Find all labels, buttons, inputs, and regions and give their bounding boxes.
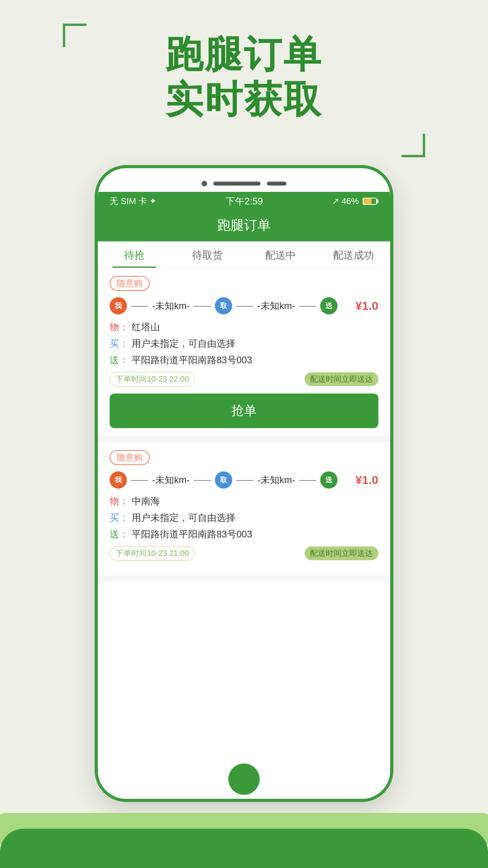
phone-mockup: 无 SIM 卡 ✦ 下午2:59 ↗ 46% 跑腿订单 <box>95 165 393 802</box>
grass-dark <box>0 829 488 868</box>
battery-percentage: 46% <box>341 196 359 206</box>
order-card-1: 随意购 我 —— -未知km- —— 取 —— -未知km- —— <box>98 268 390 436</box>
sim-status: 无 SIM 卡 ✦ <box>110 195 156 207</box>
tab-bar[interactable]: 待抢 待取货 配送中 配送成功 <box>98 241 390 268</box>
deliver-label-1: 送： <box>110 354 128 366</box>
bracket-bottom-right-decoration <box>402 134 425 157</box>
order-time-badge-2: 下单时间10-23 21:00 <box>110 546 195 561</box>
buy-value-1: 用户未指定，可自由选择 <box>132 337 235 350</box>
time-row-1: 下单时间10-23 22:00 配送时间立即送达 <box>110 372 378 386</box>
home-button[interactable] <box>228 763 260 795</box>
goods-row-1: 物： 红塔山 <box>110 321 378 333</box>
order-list: 随意购 我 —— -未知km- —— 取 —— -未知km- —— <box>98 268 390 582</box>
route-dash-1: —— <box>131 301 148 311</box>
hero-section: 跑腿订单 实时获取 <box>0 31 488 122</box>
status-time: 下午2:59 <box>226 195 263 208</box>
status-bar: 无 SIM 卡 ✦ 下午2:59 ↗ 46% <box>98 192 390 211</box>
time-row-2: 下单时间10-23 21:00 配送时间立即送达 <box>110 546 378 561</box>
me-icon-1: 我 <box>110 297 127 314</box>
power-button <box>393 290 393 337</box>
hero-title-line1: 跑腿订单 <box>0 31 488 77</box>
hero-title-line2: 实时获取 <box>0 77 488 122</box>
route-km1-2: -未知km- <box>152 474 190 486</box>
route-km2-2: -未知km- <box>257 474 295 486</box>
buy-label-2: 买： <box>110 511 128 524</box>
buy-row-2: 买： 用户未指定，可自由选择 <box>110 511 378 524</box>
route-row-2: 我 —— -未知km- —— 取 —— -未知km- —— 送 <box>110 471 378 489</box>
delivery-time-badge-2: 配送时间立即送达 <box>305 546 378 560</box>
order-time-badge-1: 下单时间10-23 22:00 <box>110 372 195 386</box>
phone-bottom-bar <box>98 760 390 799</box>
route-row-1: 我 —— -未知km- —— 取 —— -未知km- —— 送 <box>110 297 378 314</box>
route-km1-1: -未知km- <box>152 300 190 312</box>
app-header: 跑腿订单 <box>98 211 390 241</box>
status-right: ↗ 46% <box>332 196 378 206</box>
me-icon-2: 我 <box>110 471 127 489</box>
category-badge-2: 随意购 <box>110 450 150 465</box>
route-dash-3: —— <box>236 301 253 311</box>
grass-decoration <box>0 805 488 868</box>
route-km2-1: -未知km- <box>257 300 295 312</box>
deliver-value-1: 平阳路街道平阳南路83号003 <box>132 354 252 366</box>
route-dash-4: —— <box>299 301 316 311</box>
deliver-value-2: 平阳路街道平阳南路83号003 <box>132 528 252 541</box>
buy-value-2: 用户未指定，可自由选择 <box>132 511 235 524</box>
status-left: 无 SIM 卡 ✦ <box>110 195 156 207</box>
notch-bar-short <box>267 182 286 186</box>
deliver-icon-1: 送 <box>320 297 338 314</box>
route-dash-8: —— <box>299 475 316 485</box>
volume-down-button <box>95 310 95 341</box>
goods-row-2: 物： 中南海 <box>110 495 378 508</box>
tab-waiting-pickup[interactable]: 待取货 <box>171 241 244 268</box>
grab-button-1[interactable]: 抢单 <box>110 394 378 428</box>
battery-tip <box>377 199 378 203</box>
buy-row-1: 买： 用户未指定，可自由选择 <box>110 337 378 350</box>
price-2: ¥1.0 <box>356 473 378 487</box>
notch-dot <box>202 181 207 186</box>
price-1: ¥1.0 <box>356 299 378 313</box>
buy-label-1: 买： <box>110 337 128 350</box>
deliver-label-2: 送： <box>110 528 128 541</box>
phone-screen: 无 SIM 卡 ✦ 下午2:59 ↗ 46% 跑腿订单 <box>98 192 390 760</box>
route-dash-7: —— <box>236 475 253 485</box>
deliver-icon-2: 送 <box>320 471 338 489</box>
location-icon: ↗ <box>332 196 339 206</box>
goods-label-2: 物： <box>110 495 128 508</box>
delivery-time-badge-1: 配送时间立即送达 <box>305 372 378 386</box>
route-dash-2: —— <box>194 301 211 311</box>
category-badge-1: 随意购 <box>110 276 150 291</box>
route-dash-6: —— <box>194 475 211 485</box>
background: 跑腿订单 实时获取 无 SIM 卡 ✦ 下午2:59 ↗ 46% <box>0 0 488 868</box>
pick-icon-2: 取 <box>215 471 232 489</box>
tab-delivered[interactable]: 配送成功 <box>317 241 390 268</box>
battery-body <box>363 198 377 205</box>
phone-notch <box>98 168 390 192</box>
pick-icon-1: 取 <box>215 297 232 314</box>
volume-up-button <box>95 270 95 302</box>
notch-bar-long <box>213 182 261 186</box>
deliver-row-2: 送： 平阳路街道平阳南路83号003 <box>110 528 378 541</box>
order-card-2: 随意购 我 —— -未知km- —— 取 —— -未知km- —— <box>98 442 390 576</box>
goods-value-2: 中南海 <box>132 495 160 508</box>
route-dash-5: —— <box>131 475 148 485</box>
battery-icon <box>361 198 378 205</box>
goods-label-1: 物： <box>110 321 128 333</box>
deliver-row-1: 送： 平阳路街道平阳南路83号003 <box>110 354 378 366</box>
tab-waiting-grab[interactable]: 待抢 <box>98 241 171 268</box>
tab-delivering[interactable]: 配送中 <box>244 241 317 268</box>
battery-fill <box>363 199 372 204</box>
goods-value-1: 红塔山 <box>132 321 160 333</box>
